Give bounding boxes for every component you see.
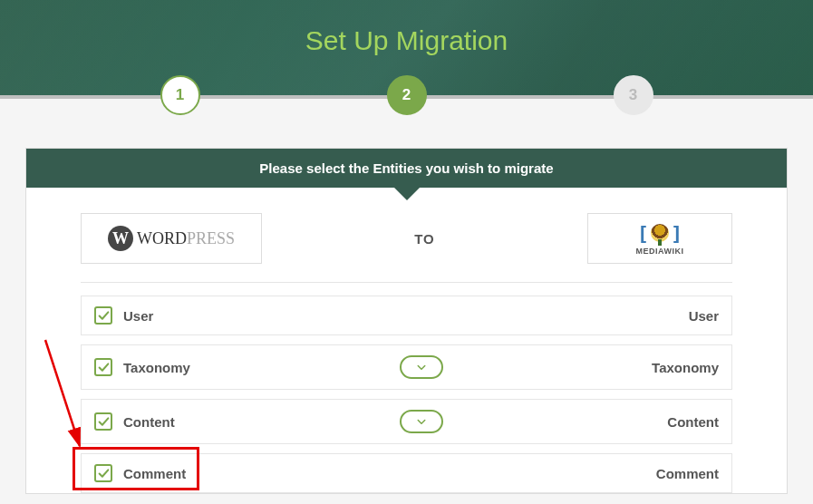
wordpress-label-part1: WORD bbox=[137, 229, 187, 247]
chevron-down-icon bbox=[416, 416, 427, 427]
mediawiki-label: MEDIAWIKI bbox=[636, 247, 684, 256]
entity-row-user: User User bbox=[81, 296, 732, 335]
entity-source-label: Taxonomy bbox=[123, 360, 190, 375]
entity-source-label: Content bbox=[123, 414, 175, 430]
main-panel: Please select the Entities you wish to m… bbox=[25, 148, 788, 494]
checkbox-comment[interactable] bbox=[94, 464, 112, 482]
step-2[interactable]: 2 bbox=[387, 75, 427, 115]
entity-source-label: Comment bbox=[123, 466, 186, 481]
expand-button-content[interactable] bbox=[400, 410, 443, 433]
mediawiki-bracket-icon: ] bbox=[671, 222, 682, 245]
entities-list: User User Taxonomy Taxonomy Content bbox=[26, 296, 787, 493]
stepper: 1 2 3 bbox=[0, 95, 813, 121]
check-icon bbox=[98, 310, 110, 322]
wordpress-label-part2: PRESS bbox=[187, 229, 235, 247]
check-icon bbox=[98, 416, 110, 428]
checkbox-content[interactable] bbox=[94, 412, 112, 431]
platforms-row: WORDPRESS TO [ ] MEDIAWIKI bbox=[26, 188, 787, 282]
entity-target-label: Content bbox=[667, 414, 719, 430]
entity-row-comment: Comment Comment bbox=[81, 453, 732, 493]
check-icon bbox=[98, 468, 110, 480]
entity-source-label: User bbox=[123, 308, 153, 324]
instruction-banner: Please select the Entities you wish to m… bbox=[26, 149, 787, 188]
page-title: Set Up Migration bbox=[0, 0, 813, 56]
target-platform: [ ] MEDIAWIKI bbox=[587, 213, 732, 264]
step-1[interactable]: 1 bbox=[160, 75, 200, 115]
mediawiki-bracket-icon: [ bbox=[637, 222, 649, 245]
entity-row-taxonomy: Taxonomy Taxonomy bbox=[81, 344, 732, 390]
wordpress-icon bbox=[108, 226, 133, 251]
step-3: 3 bbox=[614, 75, 653, 115]
expand-button-taxonomy[interactable] bbox=[400, 355, 443, 379]
check-icon bbox=[98, 362, 110, 373]
checkbox-taxonomy[interactable] bbox=[94, 358, 112, 376]
mediawiki-sunflower-icon bbox=[651, 224, 669, 242]
chevron-down-icon bbox=[416, 362, 427, 373]
entity-target-label: Taxonomy bbox=[652, 360, 719, 375]
source-platform: WORDPRESS bbox=[81, 213, 262, 264]
entity-row-content: Content Content bbox=[81, 399, 732, 444]
checkbox-user[interactable] bbox=[94, 306, 112, 325]
entity-target-label: Comment bbox=[656, 466, 719, 481]
entity-target-label: User bbox=[689, 308, 719, 324]
divider bbox=[81, 282, 732, 283]
to-label: TO bbox=[414, 231, 435, 247]
